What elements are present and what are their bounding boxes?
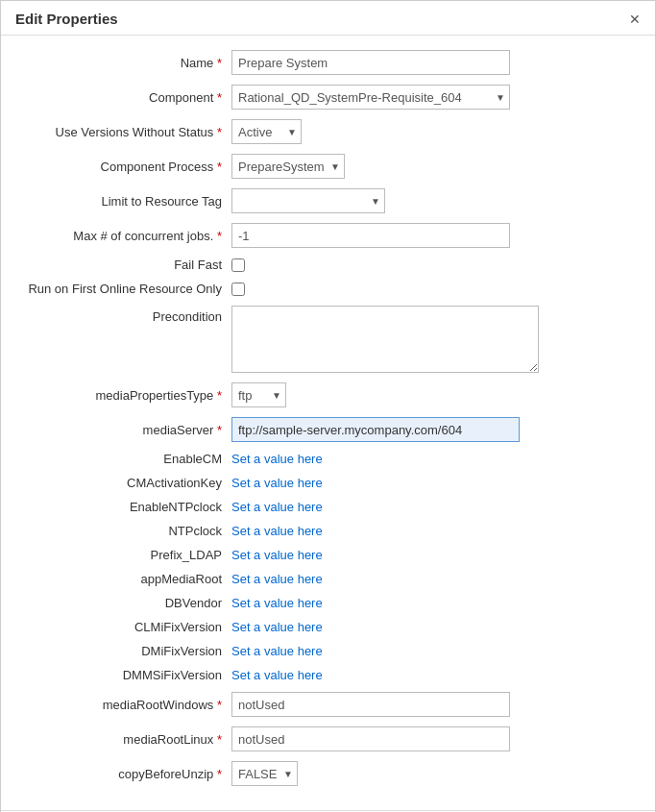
- run-online-checkbox[interactable]: [231, 283, 245, 296]
- close-button[interactable]: ✕: [629, 12, 641, 26]
- clmi-fix-row: CLMiFixVersion Set a value here: [20, 620, 636, 634]
- component-select[interactable]: Rational_QD_SystemPre-Requisite_604: [232, 88, 509, 107]
- enable-cm-link[interactable]: Set a value here: [231, 452, 323, 466]
- name-required: *: [217, 56, 222, 70]
- precondition-textarea[interactable]: [231, 306, 539, 373]
- media-root-linux-row: mediaRootLinux *: [20, 726, 636, 751]
- name-row: Name *: [20, 50, 636, 75]
- ntp-clock-link[interactable]: Set a value here: [231, 524, 323, 538]
- fail-fast-checkbox[interactable]: [231, 258, 245, 272]
- prefix-ldap-label: Prefix_LDAP: [20, 548, 231, 562]
- max-jobs-label: Max # of concurrent jobs. *: [20, 229, 231, 243]
- limit-resource-row: Limit to Resource Tag ▼: [20, 188, 636, 213]
- dmi-fix-row: DMiFixVersion Set a value here: [20, 644, 636, 658]
- use-versions-select[interactable]: Active Inactive Any: [232, 123, 301, 141]
- db-vendor-label: DBVendor: [20, 596, 231, 610]
- enable-cm-row: EnableCM Set a value here: [20, 452, 636, 466]
- copy-before-select-wrapper[interactable]: FALSE TRUE ▼: [231, 761, 298, 786]
- media-properties-row: mediaPropertiesType * ftp http https ▼: [20, 382, 636, 407]
- precondition-label: Precondition: [20, 306, 231, 324]
- name-label: Name *: [20, 56, 231, 70]
- ntp-clock-row: NTPclock Set a value here: [20, 524, 636, 538]
- component-process-select[interactable]: PrepareSystem: [232, 158, 344, 176]
- media-root-windows-input[interactable]: [231, 692, 510, 717]
- component-row: Component * Rational_QD_SystemPre-Requis…: [20, 85, 636, 110]
- use-versions-label: Use Versions Without Status *: [20, 125, 231, 139]
- db-vendor-row: DBVendor Set a value here: [20, 596, 636, 610]
- dmms-fix-label: DMMSiFixVersion: [20, 668, 231, 682]
- limit-resource-select[interactable]: [232, 192, 367, 210]
- media-server-input[interactable]: [231, 417, 520, 442]
- use-versions-select-wrapper[interactable]: Active Inactive Any ▼: [231, 119, 302, 144]
- copy-before-unzip-row: copyBeforeUnzip * FALSE TRUE ▼: [20, 761, 636, 786]
- run-online-label: Run on First Online Resource Only: [20, 282, 231, 296]
- clmi-fix-link[interactable]: Set a value here: [231, 620, 323, 634]
- limit-resource-label: Limit to Resource Tag: [20, 194, 231, 209]
- enable-ntp-label: EnableNTPclock: [20, 500, 231, 514]
- ftp-select[interactable]: ftp http https: [232, 386, 285, 405]
- run-online-row: Run on First Online Resource Only: [20, 282, 636, 296]
- copy-before-unzip-label: copyBeforeUnzip *: [20, 767, 231, 781]
- app-media-root-link[interactable]: Set a value here: [231, 572, 323, 586]
- dmms-fix-link[interactable]: Set a value here: [231, 668, 323, 682]
- max-jobs-row: Max # of concurrent jobs. *: [20, 223, 636, 248]
- dialog-title: Edit Properties: [15, 11, 118, 27]
- precondition-row: Precondition: [20, 306, 636, 373]
- chevron-down-icon: ▼: [371, 196, 380, 207]
- cm-activation-row: CMActivationKey Set a value here: [20, 476, 636, 490]
- media-root-linux-input[interactable]: [231, 726, 510, 751]
- clmi-fix-label: CLMiFixVersion: [20, 620, 231, 634]
- cm-activation-label: CMActivationKey: [20, 476, 231, 490]
- enable-ntp-row: EnableNTPclock Set a value here: [20, 500, 636, 514]
- cm-activation-link[interactable]: Set a value here: [231, 476, 323, 490]
- media-server-label: mediaServer *: [20, 423, 231, 437]
- component-process-select-wrapper[interactable]: PrepareSystem ▼: [231, 154, 345, 179]
- dialog-header: Edit Properties ✕: [1, 1, 655, 36]
- dmi-fix-label: DMiFixVersion: [20, 644, 231, 658]
- app-media-root-row: appMediaRoot Set a value here: [20, 572, 636, 586]
- component-select-wrapper[interactable]: Rational_QD_SystemPre-Requisite_604 ▼: [231, 85, 510, 110]
- dmms-fix-row: DMMSiFixVersion Set a value here: [20, 668, 636, 682]
- db-vendor-link[interactable]: Set a value here: [231, 596, 323, 610]
- media-server-row: mediaServer *: [20, 417, 636, 442]
- app-media-root-label: appMediaRoot: [20, 572, 231, 586]
- enable-cm-label: EnableCM: [20, 452, 231, 466]
- media-root-windows-row: mediaRootWindows *: [20, 692, 636, 717]
- media-root-linux-label: mediaRootLinux *: [20, 732, 231, 747]
- dialog-body: Name * Component * Rational_QD_SystemPre…: [1, 36, 655, 810]
- component-process-label: Component Process *: [20, 160, 231, 174]
- fail-fast-row: Fail Fast: [20, 258, 636, 272]
- fail-fast-label: Fail Fast: [20, 258, 231, 272]
- limit-resource-select-wrapper[interactable]: ▼: [231, 188, 385, 213]
- name-input[interactable]: [231, 50, 510, 75]
- prefix-ldap-row: Prefix_LDAP Set a value here: [20, 548, 636, 562]
- max-jobs-input[interactable]: [231, 223, 510, 248]
- ftp-select-wrapper[interactable]: ftp http https ▼: [231, 382, 286, 407]
- copy-before-select[interactable]: FALSE TRUE: [232, 765, 297, 783]
- ntp-clock-label: NTPclock: [20, 524, 231, 538]
- component-process-row: Component Process * PrepareSystem ▼: [20, 154, 636, 179]
- use-versions-row: Use Versions Without Status * Active Ina…: [20, 119, 636, 144]
- component-label: Component *: [20, 90, 231, 105]
- enable-ntp-link[interactable]: Set a value here: [231, 500, 323, 514]
- media-properties-label: mediaPropertiesType *: [20, 388, 231, 403]
- media-root-windows-label: mediaRootWindows *: [20, 698, 231, 712]
- prefix-ldap-link[interactable]: Set a value here: [231, 548, 323, 562]
- dmi-fix-link[interactable]: Set a value here: [231, 644, 323, 658]
- edit-properties-dialog: Edit Properties ✕ Name * Component * Rat…: [0, 0, 656, 812]
